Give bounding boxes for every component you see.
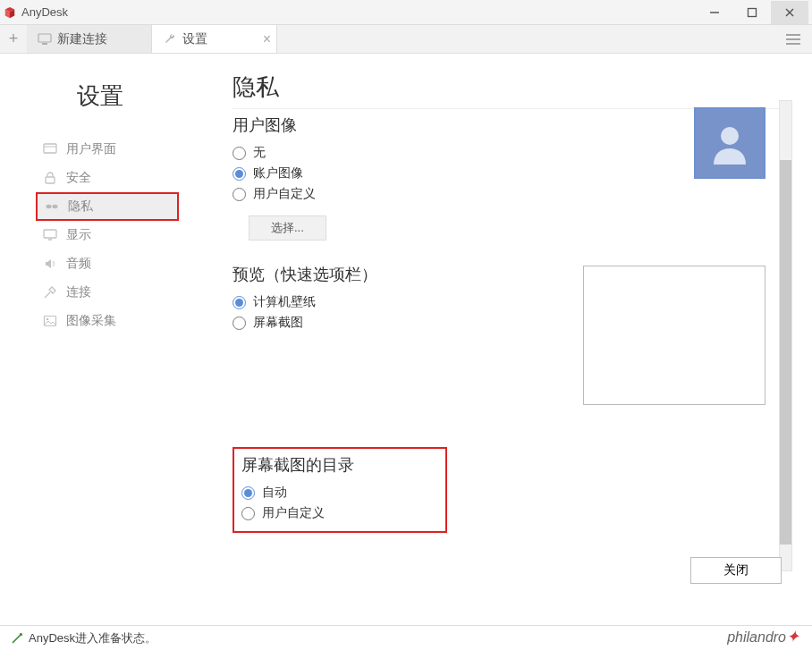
app-icon: [4, 6, 16, 19]
maximize-button[interactable]: [733, 1, 771, 24]
close-settings-button[interactable]: 关闭: [690, 557, 782, 584]
tab-label: 新建连接: [57, 31, 107, 47]
status-text: AnyDesk进入准备状态。: [29, 630, 156, 646]
svg-point-15: [47, 205, 52, 208]
radio-user-image-custom[interactable]: 用户自定义: [233, 186, 778, 202]
sidebar-item-label: 用户界面: [66, 141, 116, 157]
page-title: 隐私: [233, 72, 785, 103]
main: 设置 用户界面 安全 隐私 显示 音频 连接 图像采集: [0, 54, 812, 625]
section-screenshot-dir: 屏幕截图的目录 自动 用户自定义: [233, 447, 447, 533]
svg-point-21: [47, 318, 49, 321]
radio-screenshot-auto[interactable]: 自动: [241, 485, 410, 501]
bottom-bar: 关闭: [690, 557, 782, 584]
minimize-button[interactable]: [696, 1, 733, 24]
sidebar-item-audio[interactable]: 音频: [36, 249, 179, 278]
sidebar-item-display[interactable]: 显示: [36, 221, 179, 249]
sidebar-item-label: 图像采集: [66, 313, 116, 329]
scrollbar-thumb[interactable]: [780, 160, 791, 544]
sidebar-item-label: 显示: [66, 227, 91, 243]
section-heading: 屏幕截图的目录: [241, 454, 410, 476]
tab-strip: + 新建连接 设置 ×: [0, 25, 812, 54]
monitor-icon: [43, 228, 57, 242]
svg-rect-14: [46, 177, 55, 183]
svg-rect-18: [44, 230, 56, 238]
image-icon: [43, 314, 57, 328]
content-scroll: 用户图像 无 账户图像 用户自定义 选择... 预览（快速选项栏） 计算机壁纸 …: [233, 108, 785, 573]
tab-settings[interactable]: 设置 ×: [152, 25, 277, 53]
sidebar-item-connection[interactable]: 连接: [36, 278, 179, 307]
radio-screenshot-custom[interactable]: 用户自定义: [241, 505, 410, 521]
svg-rect-12: [44, 144, 56, 153]
sunglasses-icon: [45, 199, 59, 214]
sidebar-item-label: 隐私: [68, 198, 93, 215]
svg-point-22: [721, 127, 739, 145]
status-bar: AnyDesk进入准备状态。: [0, 625, 812, 650]
settings-sidebar: 设置 用户界面 安全 隐私 显示 音频 连接 图像采集: [0, 54, 179, 625]
settings-content: 隐私 用户图像 无 账户图像 用户自定义 选择... 预览（快速选项栏） 计算机…: [179, 54, 812, 625]
close-icon[interactable]: ×: [263, 31, 271, 47]
svg-point-16: [53, 205, 58, 208]
svg-rect-20: [45, 317, 56, 326]
lock-icon: [43, 171, 57, 185]
tab-new-connection[interactable]: 新建连接: [27, 25, 152, 53]
status-icon: [11, 632, 23, 645]
titlebar: AnyDesk: [0, 0, 812, 25]
svg-rect-7: [38, 34, 51, 42]
wrench-icon: [163, 32, 177, 46]
hamburger-menu-button[interactable]: [780, 25, 807, 53]
display-icon: [43, 142, 57, 156]
sidebar-item-capture[interactable]: 图像采集: [36, 307, 179, 335]
monitor-icon: [38, 32, 52, 46]
sidebar-item-security[interactable]: 安全: [36, 164, 179, 192]
sidebar-item-label: 音频: [66, 256, 91, 272]
sidebar-item-label: 连接: [66, 284, 91, 300]
brand-label: philandro✦: [727, 627, 799, 646]
sidebar-item-label: 安全: [66, 170, 91, 186]
svg-rect-8: [42, 43, 47, 45]
avatar-preview: [694, 108, 765, 179]
tab-label: 设置: [182, 31, 207, 47]
choose-image-button[interactable]: 选择...: [249, 215, 326, 241]
new-tab-button[interactable]: +: [0, 25, 27, 53]
close-button[interactable]: [771, 1, 808, 24]
window-title: AnyDesk: [21, 5, 696, 19]
sidebar-title: 设置: [36, 80, 179, 112]
preview-box: [583, 266, 765, 405]
sidebar-item-privacy[interactable]: 隐私: [36, 192, 179, 221]
plug-icon: [43, 285, 57, 300]
svg-rect-4: [749, 8, 757, 16]
scrollbar-track[interactable]: [779, 100, 792, 571]
sidebar-item-ui[interactable]: 用户界面: [36, 135, 179, 164]
speaker-icon: [43, 257, 57, 271]
